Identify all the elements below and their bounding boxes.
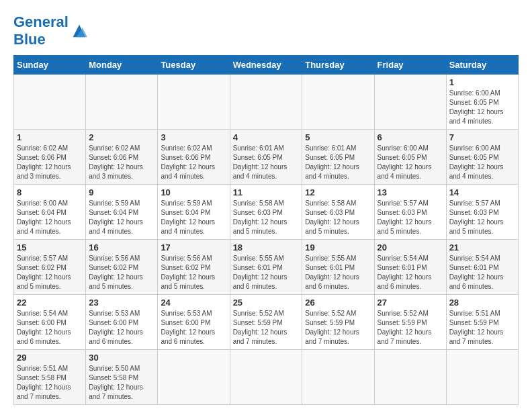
day-number: 10 [161, 187, 226, 197]
calendar-cell: 8Sunrise: 6:00 AMSunset: 6:04 PMDaylight… [14, 185, 86, 240]
calendar-cell: 29Sunrise: 5:51 AMSunset: 5:58 PMDayligh… [14, 350, 86, 405]
day-info: Sunrise: 5:56 AMSunset: 6:02 PMDaylight:… [89, 255, 143, 290]
day-info: Sunrise: 5:52 AMSunset: 5:59 PMDaylight:… [233, 310, 287, 345]
calendar-cell: 2Sunrise: 6:02 AMSunset: 6:06 PMDaylight… [86, 130, 158, 185]
day-number: 11 [233, 187, 300, 197]
day-number: 2 [89, 132, 154, 142]
calendar-cell: 11Sunrise: 5:58 AMSunset: 6:03 PMDayligh… [230, 185, 302, 240]
calendar-cell [374, 350, 446, 405]
day-info: Sunrise: 5:54 AMSunset: 6:00 PMDaylight:… [17, 310, 71, 345]
logo-icon [70, 21, 89, 40]
day-number: 12 [305, 187, 371, 197]
day-number: 20 [378, 242, 443, 253]
day-info: Sunrise: 5:57 AMSunset: 6:02 PMDaylight:… [17, 255, 71, 290]
day-number: 19 [305, 242, 371, 253]
day-number: 22 [17, 298, 83, 308]
page-header: General Blue [13, 13, 519, 48]
calendar-cell [374, 75, 446, 130]
logo: General Blue [13, 13, 89, 48]
day-number: 13 [378, 187, 443, 197]
header-tuesday: Tuesday [158, 56, 230, 75]
day-info: Sunrise: 5:55 AMSunset: 6:01 PMDaylight:… [305, 255, 359, 290]
calendar-cell [446, 350, 518, 405]
day-info: Sunrise: 5:56 AMSunset: 6:02 PMDaylight:… [161, 255, 215, 290]
calendar-cell: 16Sunrise: 5:56 AMSunset: 6:02 PMDayligh… [86, 240, 158, 295]
calendar-cell: 12Sunrise: 5:58 AMSunset: 6:03 PMDayligh… [302, 185, 374, 240]
calendar-cell: 30Sunrise: 5:50 AMSunset: 5:58 PMDayligh… [86, 350, 158, 405]
calendar-cell: 1Sunrise: 6:00 AMSunset: 6:05 PMDaylight… [446, 75, 518, 130]
header-monday: Monday [86, 56, 158, 75]
header-thursday: Thursday [302, 56, 374, 75]
logo-general: General [13, 13, 69, 30]
day-info: Sunrise: 5:55 AMSunset: 6:01 PMDaylight:… [233, 255, 287, 290]
calendar-cell [230, 75, 302, 130]
day-info: Sunrise: 5:57 AMSunset: 6:03 PMDaylight:… [378, 199, 432, 235]
header-friday: Friday [374, 56, 446, 75]
calendar-cell [302, 75, 374, 130]
day-number: 30 [89, 353, 154, 363]
day-info: Sunrise: 6:02 AMSunset: 6:06 PMDaylight:… [89, 144, 143, 180]
calendar-week-row: 8Sunrise: 6:00 AMSunset: 6:04 PMDaylight… [14, 185, 519, 240]
day-number: 7 [449, 132, 515, 142]
day-info: Sunrise: 5:59 AMSunset: 6:04 PMDaylight:… [161, 199, 215, 235]
calendar-cell: 3Sunrise: 6:02 AMSunset: 6:06 PMDaylight… [158, 130, 230, 185]
day-number: 5 [305, 132, 371, 142]
day-number: 9 [89, 187, 154, 197]
day-info: Sunrise: 5:53 AMSunset: 6:00 PMDaylight:… [89, 310, 143, 345]
calendar-cell: 10Sunrise: 5:59 AMSunset: 6:04 PMDayligh… [158, 185, 230, 240]
day-info: Sunrise: 5:54 AMSunset: 6:01 PMDaylight:… [449, 255, 504, 290]
calendar-cell: 21Sunrise: 5:54 AMSunset: 6:01 PMDayligh… [446, 240, 518, 295]
calendar-cell: 27Sunrise: 5:52 AMSunset: 5:59 PMDayligh… [374, 295, 446, 350]
day-number: 6 [378, 132, 443, 142]
day-info: Sunrise: 5:57 AMSunset: 6:03 PMDaylight:… [449, 199, 504, 235]
calendar-week-row: 22Sunrise: 5:54 AMSunset: 6:00 PMDayligh… [14, 295, 519, 350]
calendar-week-row: 1Sunrise: 6:02 AMSunset: 6:06 PMDaylight… [14, 130, 519, 185]
day-info: Sunrise: 6:00 AMSunset: 6:05 PMDaylight:… [378, 144, 432, 180]
header-sunday: Sunday [14, 56, 86, 75]
calendar-cell [86, 75, 158, 130]
day-info: Sunrise: 5:52 AMSunset: 5:59 PMDaylight:… [378, 310, 432, 345]
calendar-cell [302, 350, 374, 405]
header-saturday: Saturday [446, 56, 518, 75]
day-number: 27 [378, 298, 443, 308]
day-number: 15 [17, 242, 83, 253]
day-number: 8 [17, 187, 83, 197]
logo-blue: Blue [13, 31, 46, 48]
day-number: 14 [449, 187, 515, 197]
calendar-cell: 28Sunrise: 5:51 AMSunset: 5:59 PMDayligh… [446, 295, 518, 350]
calendar-cell: 15Sunrise: 5:57 AMSunset: 6:02 PMDayligh… [14, 240, 86, 295]
day-number: 26 [305, 298, 371, 308]
calendar-cell: 22Sunrise: 5:54 AMSunset: 6:00 PMDayligh… [14, 295, 86, 350]
day-number: 18 [233, 242, 300, 253]
logo-text: General Blue [13, 13, 69, 48]
day-number: 1 [449, 77, 515, 87]
day-number: 17 [161, 242, 226, 253]
header-wednesday: Wednesday [230, 56, 302, 75]
calendar-table: SundayMondayTuesdayWednesdayThursdayFrid… [13, 55, 519, 405]
day-number: 16 [89, 242, 154, 253]
calendar-cell: 24Sunrise: 5:53 AMSunset: 6:00 PMDayligh… [158, 295, 230, 350]
calendar-cell: 18Sunrise: 5:55 AMSunset: 6:01 PMDayligh… [230, 240, 302, 295]
calendar-cell: 17Sunrise: 5:56 AMSunset: 6:02 PMDayligh… [158, 240, 230, 295]
calendar-week-row: 15Sunrise: 5:57 AMSunset: 6:02 PMDayligh… [14, 240, 519, 295]
calendar-cell [158, 75, 230, 130]
day-number: 1 [17, 132, 83, 142]
calendar-cell: 1Sunrise: 6:02 AMSunset: 6:06 PMDaylight… [14, 130, 86, 185]
day-number: 4 [233, 132, 300, 142]
calendar-cell [230, 350, 302, 405]
day-info: Sunrise: 6:02 AMSunset: 6:06 PMDaylight:… [17, 144, 71, 180]
calendar-cell: 9Sunrise: 5:59 AMSunset: 6:04 PMDaylight… [86, 185, 158, 240]
calendar-cell [158, 350, 230, 405]
day-info: Sunrise: 5:50 AMSunset: 5:58 PMDaylight:… [89, 365, 143, 400]
calendar-cell: 14Sunrise: 5:57 AMSunset: 6:03 PMDayligh… [446, 185, 518, 240]
day-info: Sunrise: 6:00 AMSunset: 6:05 PMDaylight:… [449, 144, 504, 180]
calendar-cell [14, 75, 86, 130]
day-info: Sunrise: 5:51 AMSunset: 5:59 PMDaylight:… [449, 310, 504, 345]
day-info: Sunrise: 6:00 AMSunset: 6:04 PMDaylight:… [17, 199, 71, 235]
day-info: Sunrise: 5:51 AMSunset: 5:58 PMDaylight:… [17, 365, 71, 400]
calendar-cell: 19Sunrise: 5:55 AMSunset: 6:01 PMDayligh… [302, 240, 374, 295]
calendar-cell: 25Sunrise: 5:52 AMSunset: 5:59 PMDayligh… [230, 295, 302, 350]
calendar-cell: 23Sunrise: 5:53 AMSunset: 6:00 PMDayligh… [86, 295, 158, 350]
day-info: Sunrise: 6:01 AMSunset: 6:05 PMDaylight:… [233, 144, 287, 180]
calendar-header-row: SundayMondayTuesdayWednesdayThursdayFrid… [14, 56, 519, 75]
